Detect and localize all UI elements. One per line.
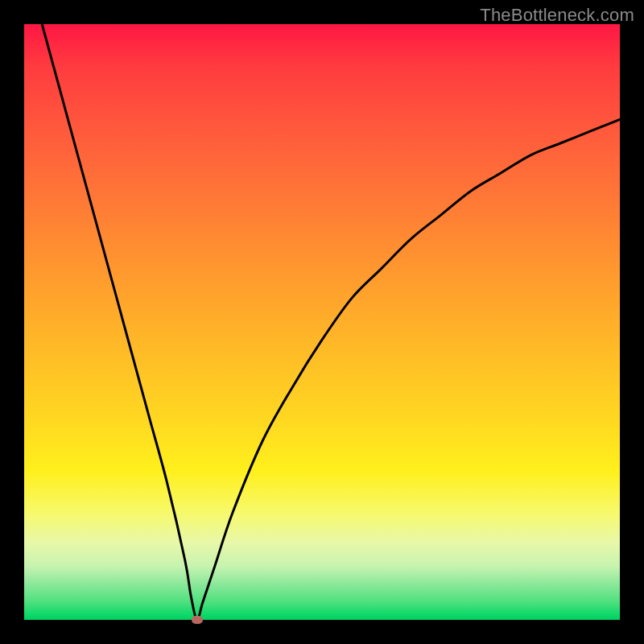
plot-area <box>24 24 620 620</box>
optimal-point-marker <box>192 616 203 624</box>
watermark-text: TheBottleneck.com <box>480 5 634 26</box>
curve-svg <box>24 24 620 620</box>
bottleneck-curve <box>42 24 620 620</box>
chart-frame: TheBottleneck.com <box>0 0 644 644</box>
